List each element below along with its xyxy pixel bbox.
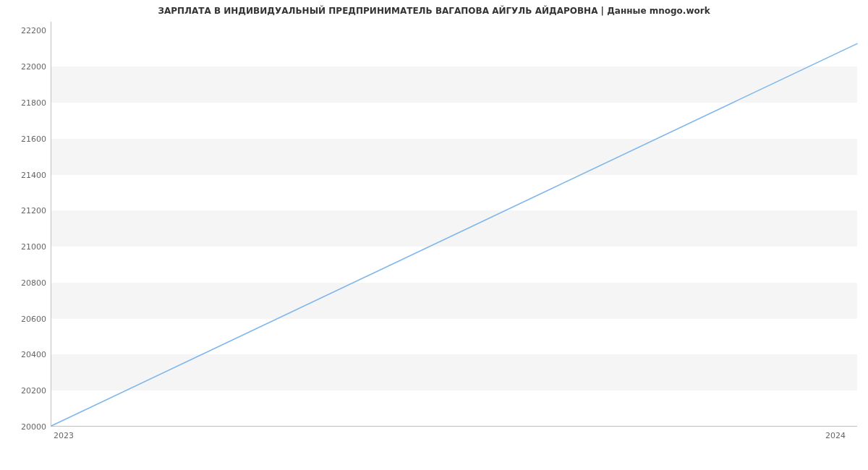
chart-title: ЗАРПЛАТА В ИНДИВИДУАЛЬНЫЙ ПРЕДПРИНИМАТЕЛ… [0, 6, 868, 16]
y-tick-label: 22000 [3, 62, 46, 72]
y-tick-label: 20200 [3, 386, 46, 396]
y-tick-label: 20600 [3, 314, 46, 323]
y-tick-label: 20800 [3, 278, 46, 287]
y-tick-label: 22200 [3, 26, 46, 35]
salary-chart: ЗАРПЛАТА В ИНДИВИДУАЛЬНЫЙ ПРЕДПРИНИМАТЕЛ… [0, 0, 868, 470]
y-tick-label: 21200 [3, 206, 46, 215]
plot-area [51, 22, 857, 427]
y-tick-label: 21800 [3, 98, 46, 108]
line-series [51, 22, 857, 426]
x-tick-label: 2023 [54, 431, 74, 440]
y-tick-label: 21400 [3, 170, 46, 179]
y-tick-label: 21600 [3, 134, 46, 143]
y-tick-label: 20400 [3, 350, 46, 359]
y-tick-label: 21000 [3, 242, 46, 252]
y-tick-label: 20000 [3, 422, 46, 432]
x-tick-label: 2024 [825, 431, 846, 440]
